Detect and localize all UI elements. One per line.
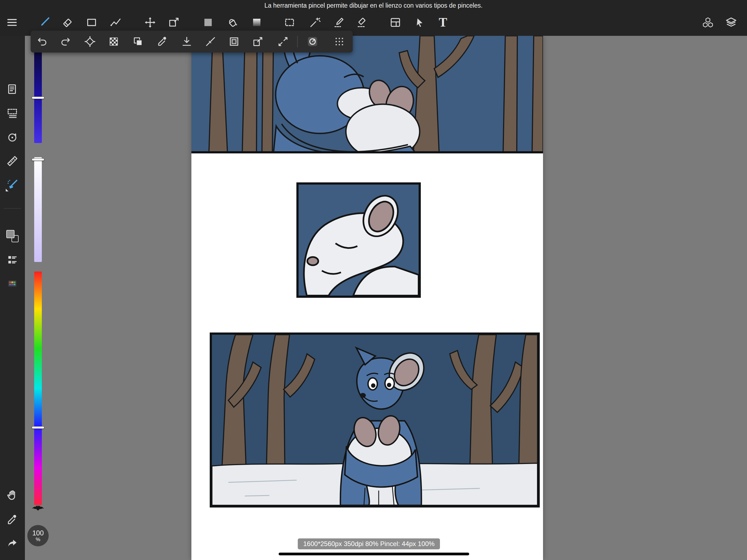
color-saturation-slider[interactable] bbox=[34, 157, 42, 262]
redo-button[interactable] bbox=[58, 34, 73, 49]
select-eraser-icon bbox=[356, 16, 368, 29]
zoom-indicator-button[interactable]: 100 % bbox=[27, 525, 49, 546]
paint-bucket-tool-button[interactable] bbox=[225, 15, 240, 30]
sidebar-eyedropper-button[interactable] bbox=[5, 512, 20, 528]
panel-divide-tool-button[interactable] bbox=[388, 15, 403, 30]
rotate-reset-button[interactable] bbox=[305, 34, 320, 49]
cursor-icon bbox=[413, 16, 426, 29]
panel-layout-icon bbox=[389, 16, 402, 29]
rotate-canvas-button[interactable] bbox=[5, 130, 20, 145]
redo-icon bbox=[59, 35, 71, 48]
undo-button[interactable] bbox=[35, 34, 50, 49]
value-slider-handle[interactable] bbox=[32, 97, 44, 99]
bat-icon bbox=[31, 503, 45, 516]
undo-icon bbox=[36, 35, 48, 48]
eyedropper-icon bbox=[6, 513, 19, 526]
layer-list-button[interactable] bbox=[5, 252, 20, 268]
color-hue-slider[interactable] bbox=[34, 272, 42, 505]
toolbar-divider bbox=[297, 36, 298, 47]
magic-wand-tool-button[interactable] bbox=[307, 15, 323, 30]
text-icon: T bbox=[439, 15, 447, 30]
magic-wand-icon bbox=[309, 16, 321, 29]
hand-tool-button[interactable] bbox=[5, 488, 20, 503]
eyedropper-button[interactable] bbox=[155, 34, 170, 49]
materials-button[interactable] bbox=[700, 15, 716, 30]
rectangle-icon bbox=[85, 16, 98, 29]
select-pen-tool-button[interactable] bbox=[331, 15, 346, 30]
palette-button[interactable] bbox=[5, 276, 20, 291]
tool-tip-text: La herramienta pincel permite dibujar en… bbox=[0, 2, 747, 9]
palette-icon bbox=[6, 277, 19, 290]
free-transform-icon bbox=[84, 35, 96, 48]
canvas-status-bar: 1600*2560px 350dpi 80% Pincel: 44px 100% bbox=[298, 538, 440, 549]
layers-panel-button[interactable] bbox=[723, 15, 739, 30]
pages-icon bbox=[6, 83, 19, 96]
export-button[interactable] bbox=[250, 34, 265, 49]
polyline-pen-tool-button[interactable] bbox=[108, 15, 123, 30]
zoom-value: 100 bbox=[32, 529, 44, 537]
grid-dots-icon bbox=[333, 35, 345, 48]
rectangle-tool-button[interactable] bbox=[84, 15, 99, 30]
ruler-icon bbox=[6, 155, 19, 167]
selection-options-button[interactable] bbox=[5, 106, 20, 121]
move-icon bbox=[144, 16, 156, 29]
ruler-button[interactable] bbox=[5, 153, 20, 169]
gradient-tool-button[interactable] bbox=[249, 15, 264, 30]
comic-panel-bottom[interactable] bbox=[210, 332, 540, 508]
comic-panel-middle[interactable] bbox=[297, 182, 421, 298]
transparent-background-button[interactable] bbox=[106, 34, 121, 49]
move-tool-button[interactable] bbox=[143, 15, 158, 30]
eraser-icon bbox=[61, 16, 74, 29]
eraser-tool-button[interactable] bbox=[60, 15, 75, 30]
saturation-slider-handle[interactable] bbox=[32, 158, 44, 161]
fullscreen-button[interactable] bbox=[275, 34, 291, 49]
export-icon bbox=[252, 35, 264, 48]
selection-border-button[interactable] bbox=[226, 34, 242, 49]
redo-arrow-icon bbox=[6, 537, 19, 550]
text-tool-button[interactable]: T bbox=[435, 15, 450, 30]
hue-slider-handle[interactable] bbox=[32, 426, 44, 429]
sidebar-divider bbox=[4, 208, 21, 209]
brush-tool-button[interactable] bbox=[36, 15, 52, 30]
line-segment-button[interactable] bbox=[203, 34, 218, 49]
select-eraser-tool-button[interactable] bbox=[354, 15, 370, 30]
polyline-pen-icon bbox=[109, 16, 122, 29]
transform-tool-button[interactable] bbox=[166, 15, 182, 30]
transform-icon bbox=[168, 16, 180, 29]
layers-icon bbox=[725, 16, 738, 29]
save-download-icon bbox=[181, 35, 193, 48]
eyedropper-icon bbox=[156, 35, 169, 48]
free-transform-button[interactable] bbox=[82, 34, 98, 49]
layer-list-icon bbox=[6, 253, 19, 266]
zoom-unit: % bbox=[36, 537, 41, 542]
sidebar-redo-button[interactable] bbox=[5, 536, 20, 551]
expand-icon bbox=[277, 35, 289, 48]
airbrush-tool-button[interactable] bbox=[5, 177, 20, 193]
gradient-icon bbox=[251, 16, 263, 29]
marquee-icon bbox=[283, 16, 296, 29]
rotate-view-icon bbox=[6, 131, 19, 144]
filled-rectangle-tool-button[interactable] bbox=[200, 15, 216, 30]
hamburger-icon bbox=[6, 16, 18, 29]
floating-toolbar bbox=[31, 31, 353, 52]
left-sidebar bbox=[0, 36, 25, 560]
menu-button[interactable] bbox=[4, 15, 20, 30]
grid-button[interactable] bbox=[332, 34, 347, 49]
color-swatch-button[interactable] bbox=[5, 228, 20, 244]
rect-select-tool-button[interactable] bbox=[282, 15, 297, 30]
brush-icon bbox=[38, 16, 51, 29]
cubes-icon bbox=[702, 16, 714, 29]
operation-cursor-tool-button[interactable] bbox=[412, 15, 428, 30]
pages-button[interactable] bbox=[5, 81, 20, 97]
home-indicator[interactable] bbox=[279, 553, 469, 555]
comic-panel-top[interactable] bbox=[191, 36, 543, 153]
paint-bucket-icon bbox=[226, 16, 239, 29]
select-pen-icon bbox=[333, 16, 345, 29]
checkerboard-icon bbox=[108, 35, 120, 48]
submenu-triangle-icon bbox=[6, 189, 8, 192]
duplicate-layer-button[interactable] bbox=[130, 34, 146, 49]
selection-border-icon bbox=[228, 35, 240, 48]
mascot-button[interactable] bbox=[31, 503, 45, 516]
save-button[interactable] bbox=[179, 34, 195, 49]
canvas-page[interactable] bbox=[191, 36, 543, 560]
